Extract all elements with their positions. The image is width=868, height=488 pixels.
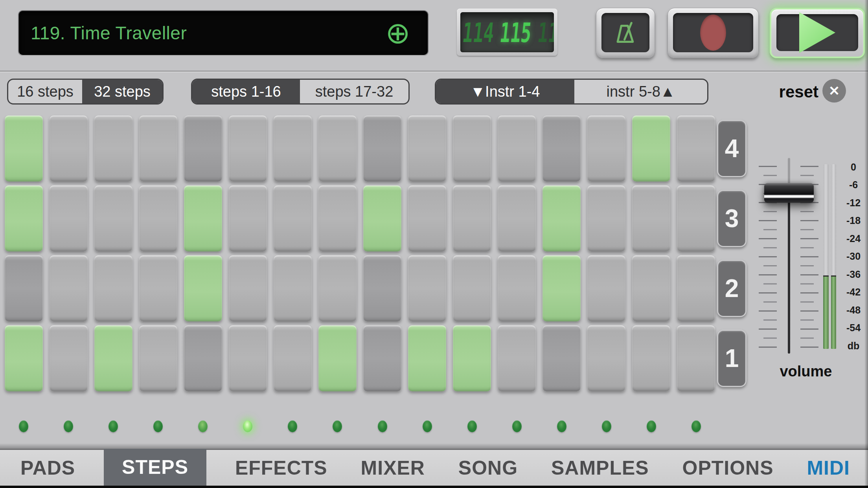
- pad-r4-s14[interactable]: [587, 116, 625, 182]
- pad-r1-s08[interactable]: [318, 325, 357, 391]
- pad-r1-s15[interactable]: [632, 325, 670, 391]
- pad-r4-s16[interactable]: [677, 116, 715, 182]
- pad-r3-s16[interactable]: [677, 185, 715, 251]
- pad-r1-s14[interactable]: [587, 325, 625, 391]
- pad-r4-s15[interactable]: [632, 116, 670, 182]
- instrument-button-2[interactable]: 2: [717, 260, 747, 317]
- pad-r1-s11[interactable]: [453, 325, 491, 391]
- pad-r3-s04[interactable]: [139, 185, 177, 251]
- pad-r2-s09[interactable]: [363, 255, 401, 321]
- tab-samples[interactable]: SAMPLES: [546, 450, 654, 486]
- steps-range-1-16[interactable]: steps 1-16: [192, 80, 300, 103]
- pad-r1-s10[interactable]: [408, 325, 446, 391]
- pad-r2-s12[interactable]: [498, 255, 536, 321]
- instr-bank-5-8[interactable]: instr 5-8▲: [574, 80, 707, 103]
- pad-r1-s02[interactable]: [50, 325, 88, 391]
- steps-mode-16[interactable]: 16 steps: [8, 80, 82, 103]
- pad-r1-s07[interactable]: [274, 325, 312, 391]
- pad-r1-s09[interactable]: [363, 325, 401, 391]
- steps-range-17-32[interactable]: steps 17-32: [300, 80, 408, 103]
- pad-r3-s01[interactable]: [5, 185, 43, 251]
- pad-r2-s11[interactable]: [453, 255, 491, 321]
- pad-r4-s13[interactable]: [542, 116, 581, 182]
- pad-r3-s03[interactable]: [94, 185, 132, 251]
- pad-r4-s06[interactable]: [229, 116, 267, 182]
- tab-midi[interactable]: MIDI: [802, 450, 855, 486]
- pad-r3-s08[interactable]: [318, 185, 357, 251]
- play-button[interactable]: [770, 8, 865, 58]
- add-song-icon[interactable]: ⊕: [385, 18, 410, 48]
- pad-r1-s04[interactable]: [139, 325, 177, 391]
- pad-r1-s06[interactable]: [229, 325, 267, 391]
- pad-r2-s13[interactable]: [542, 255, 581, 321]
- instrument-button-3[interactable]: 3: [717, 190, 747, 247]
- pad-r4-s03[interactable]: [94, 116, 132, 182]
- pad-r4-s05[interactable]: [184, 116, 222, 182]
- pad-r2-s14[interactable]: [587, 255, 625, 321]
- pad-r4-s11[interactable]: [453, 116, 491, 182]
- db-scale-36: -36: [843, 269, 864, 281]
- db-scale-30: -30: [843, 251, 864, 262]
- instrument-button-4[interactable]: 4: [717, 120, 747, 177]
- pad-r2-s07[interactable]: [274, 255, 312, 321]
- tab-effects[interactable]: EFFECTS: [230, 450, 332, 486]
- record-button[interactable]: [668, 8, 759, 58]
- song-title-display[interactable]: 119. Time Traveller ⊕: [19, 11, 428, 55]
- pad-r3-s05[interactable]: [184, 185, 222, 251]
- pad-r1-s13[interactable]: [542, 325, 581, 391]
- pad-r3-s07[interactable]: [274, 185, 312, 251]
- pad-r4-s10[interactable]: [408, 116, 446, 182]
- pad-r2-s04[interactable]: [139, 255, 177, 321]
- pad-r4-s12[interactable]: [498, 116, 536, 182]
- step-led-08: [333, 420, 342, 432]
- pad-r1-s16[interactable]: [677, 325, 715, 391]
- pad-r2-s03[interactable]: [94, 255, 132, 321]
- pad-r1-s05[interactable]: [184, 325, 222, 391]
- step-led-10: [423, 420, 432, 432]
- pad-r3-s14[interactable]: [587, 185, 625, 251]
- pad-r1-s01[interactable]: [5, 325, 43, 391]
- pad-r1-s12[interactable]: [498, 325, 536, 391]
- tab-mixer[interactable]: MIXER: [356, 450, 430, 486]
- instr-bank-1-4[interactable]: ▼Instr 1-4: [436, 80, 574, 103]
- pad-r3-s12[interactable]: [498, 185, 536, 251]
- pad-r3-s02[interactable]: [50, 185, 88, 251]
- pad-r2-s15[interactable]: [632, 255, 670, 321]
- pad-r1-s03[interactable]: [94, 325, 132, 391]
- tab-steps[interactable]: STEPS: [104, 449, 206, 486]
- pad-r3-s10[interactable]: [408, 185, 446, 251]
- pad-r3-s13[interactable]: [542, 185, 581, 251]
- panel-bottom-shadow: [0, 443, 868, 449]
- pad-r4-s02[interactable]: [50, 116, 88, 182]
- db-scale-42: -42: [843, 286, 864, 298]
- bpm-display[interactable]: 114 115 116: [460, 12, 554, 52]
- pad-r2-s05[interactable]: [184, 255, 222, 321]
- pad-r4-s07[interactable]: [274, 116, 312, 182]
- pad-r4-s01[interactable]: [5, 116, 43, 182]
- pad-r3-s09[interactable]: [363, 185, 401, 251]
- tab-song[interactable]: SONG: [454, 450, 522, 486]
- steps-mode-32[interactable]: 32 steps: [82, 80, 162, 103]
- pad-r4-s08[interactable]: [318, 116, 357, 182]
- pad-r2-s01[interactable]: [5, 255, 43, 321]
- metronome-button[interactable]: [596, 8, 655, 58]
- pad-r3-s11[interactable]: [453, 185, 491, 251]
- pad-r4-s09[interactable]: [363, 116, 401, 182]
- volume-fader-handle[interactable]: [764, 183, 814, 203]
- pad-r2-s02[interactable]: [50, 255, 88, 321]
- db-scale-0: 0: [843, 161, 864, 173]
- db-scale-db: db: [843, 340, 864, 352]
- pad-r2-s08[interactable]: [318, 255, 357, 321]
- pad-r2-s16[interactable]: [677, 255, 715, 321]
- step-led-03: [108, 420, 118, 432]
- instrument-button-1[interactable]: 1: [717, 330, 747, 387]
- pad-r2-s10[interactable]: [408, 255, 446, 321]
- pad-r3-s15[interactable]: [632, 185, 670, 251]
- tab-pads[interactable]: PADS: [16, 450, 80, 486]
- pad-r4-s04[interactable]: [139, 116, 177, 182]
- tab-options[interactable]: OPTIONS: [678, 450, 778, 486]
- header-panel: 119. Time Traveller ⊕ 114 115 116: [0, 0, 868, 72]
- pad-r3-s06[interactable]: [229, 185, 267, 251]
- reset-button[interactable]: ✕: [822, 79, 846, 103]
- pad-r2-s06[interactable]: [229, 255, 267, 321]
